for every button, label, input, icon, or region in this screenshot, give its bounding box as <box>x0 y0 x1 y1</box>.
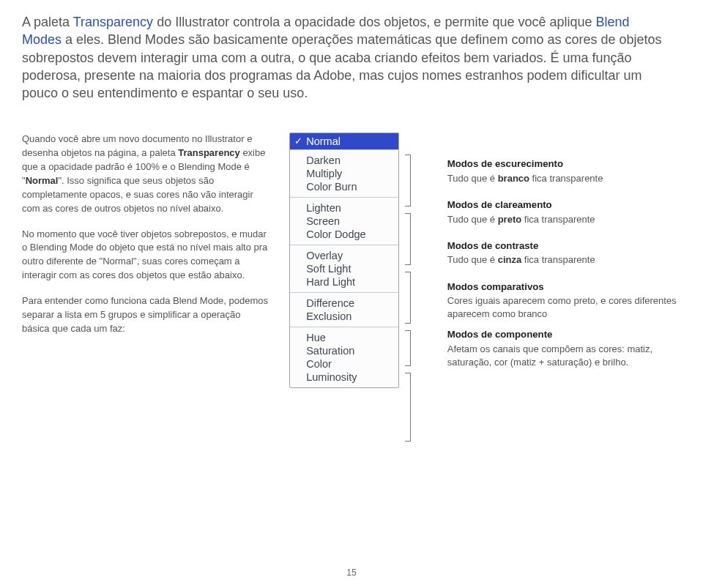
left-column: Quando você abre um novo documento no Il… <box>22 133 270 347</box>
intro-text-1: A paleta <box>22 15 73 29</box>
intro-paragraph: A paleta Transparency do Illustrator con… <box>22 13 666 102</box>
page-number: 15 <box>346 567 356 578</box>
bracket-icon <box>405 155 411 206</box>
dd-item-exclusion[interactable]: Exclusion <box>306 310 398 323</box>
intro-text-2: do Illustrator controla a opacidade dos … <box>153 15 595 29</box>
lp1b: Transparency <box>178 147 240 158</box>
blend-mode-dropdown[interactable]: ✓ Normal Darken Multiply Color Burn Ligh… <box>289 133 399 388</box>
dd-item-hue[interactable]: Hue <box>306 331 398 344</box>
bracket-icon <box>405 272 411 324</box>
dd-item-darken[interactable]: Darken <box>306 154 398 167</box>
group-title: Modos de clareamento <box>447 198 681 212</box>
content-columns: Quando você abre um novo documento no Il… <box>22 133 681 388</box>
dd-item-overlay[interactable]: Overlay <box>306 249 398 262</box>
dropdown-group-darken: Darken Multiply Color Burn <box>290 150 398 197</box>
lp1d: Normal <box>26 175 59 186</box>
dd-item-luminosity[interactable]: Luminosity <box>306 371 398 384</box>
dd-item-screen[interactable]: Screen <box>306 215 398 228</box>
group-desc: Afetam os canais que compõem as cores: m… <box>447 343 681 369</box>
group-desc: Cores iguais aparecem como preto, e core… <box>447 294 681 321</box>
gd2post: fica transparente <box>521 254 595 265</box>
middle-column: ✓ Normal Darken Multiply Color Burn Ligh… <box>289 133 428 388</box>
dd-item-hardlight[interactable]: Hard Light <box>306 275 398 289</box>
dd-item-difference[interactable]: Difference <box>306 297 398 310</box>
gd0b: branco <box>498 173 529 184</box>
group-desc-lighten: Modos de clareamento Tudo que é preto fi… <box>447 198 681 226</box>
intro-text-3: a eles. Blend Modes são basicamente oper… <box>22 32 662 100</box>
group-title: Modos de componente <box>447 328 681 341</box>
gd1post: fica transparente <box>521 214 595 225</box>
left-para-1: Quando você abre um novo documento no Il… <box>22 133 270 215</box>
gd1pre: Tudo que é <box>447 214 498 225</box>
dd-item-color[interactable]: Color <box>306 357 398 371</box>
group-desc: Tudo que é branco fica transparente <box>447 172 681 185</box>
group-desc-darken: Modos de escurecimento Tudo que é branco… <box>447 157 681 185</box>
dropdown-selected-item[interactable]: ✓ Normal <box>290 133 398 149</box>
group-title: Modos de contraste <box>447 239 681 253</box>
left-para-3: Para entender como funciona cada Blend M… <box>22 294 270 336</box>
dd-item-colorburn[interactable]: Color Burn <box>306 180 398 193</box>
right-column: Modos de escurecimento Tudo que é branco… <box>447 133 681 382</box>
gd2pre: Tudo que é <box>447 254 498 265</box>
dropdown-selected-label: Normal <box>306 135 341 147</box>
dd-item-multiply[interactable]: Multiply <box>306 167 398 180</box>
group-desc-comparative: Modos comparativos Cores iguais aparecem… <box>447 280 681 321</box>
check-icon: ✓ <box>294 135 302 146</box>
dd-item-saturation[interactable]: Saturation <box>306 344 398 357</box>
dd-item-softlight[interactable]: Soft Light <box>306 262 398 275</box>
gd2b: cinza <box>498 254 522 265</box>
dd-item-colordodge[interactable]: Color Dodge <box>306 228 398 241</box>
dropdown-group-difference: Difference Exclusion <box>290 293 398 327</box>
dropdown-group-overlay: Overlay Soft Light Hard Light <box>290 245 398 292</box>
bracket-icon <box>405 373 411 442</box>
group-title: Modos comparativos <box>447 280 681 294</box>
group-desc-contrast: Modos de contraste Tudo que é cinza fica… <box>447 239 681 267</box>
dropdown-group-component: Hue Saturation Color Luminosity <box>290 327 398 387</box>
keyword-transparency: Transparency <box>73 15 153 29</box>
bracket-icon <box>405 213 411 265</box>
gd1b: preto <box>498 214 522 225</box>
group-desc: Tudo que é cinza fica transparente <box>447 253 681 267</box>
group-title: Modos de escurecimento <box>447 157 681 171</box>
gd0post: fica transparente <box>529 173 603 184</box>
group-desc: Tudo que é preto fica transparente <box>447 213 681 226</box>
left-para-2: No momento que você tiver objetos sobrep… <box>22 228 270 283</box>
dd-item-lighten[interactable]: Lighten <box>306 201 398 215</box>
gd0pre: Tudo que é <box>447 173 498 184</box>
group-desc-component: Modos de componente Afetam os canais que… <box>447 328 681 369</box>
dropdown-group-lighten: Lighten Screen Color Dodge <box>290 198 398 245</box>
bracket-icon <box>405 330 411 366</box>
